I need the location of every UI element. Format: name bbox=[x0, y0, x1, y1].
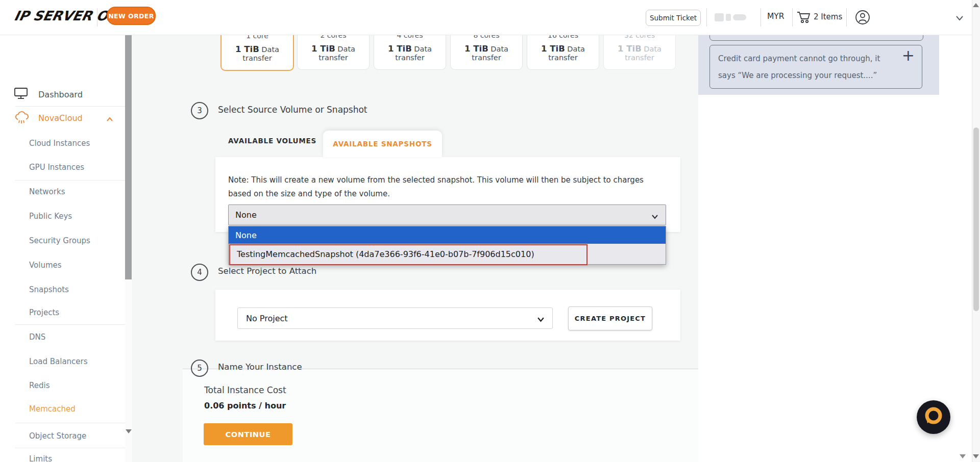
project-select-value: No Project bbox=[246, 314, 288, 323]
header-divider bbox=[846, 8, 847, 27]
header-divider bbox=[761, 8, 761, 27]
faq-card-text: Credit card payment cannot go through, i… bbox=[718, 50, 887, 84]
sidebar-item-gpu-instances[interactable]: GPU Instances bbox=[0, 162, 154, 173]
cart-items-count[interactable]: 2 Items bbox=[814, 12, 842, 21]
tab-available-snapshots[interactable]: AVAILABLE SNAPSHOTS bbox=[323, 131, 442, 157]
chevron-down-icon bbox=[537, 315, 545, 325]
tab-available-volumes[interactable]: AVAILABLE VOLUMES bbox=[228, 137, 316, 145]
snapshot-select-value: None bbox=[235, 210, 257, 220]
faded-partner-logo bbox=[715, 12, 753, 22]
plan-transfer-label: 1 TiB Data transfer bbox=[451, 44, 522, 62]
chat-bubble-icon bbox=[922, 405, 945, 429]
step-5-title: Name Your Instance bbox=[218, 362, 302, 372]
project-select[interactable]: No Project bbox=[237, 307, 553, 329]
sidebar-item-public-keys[interactable]: Public Keys bbox=[0, 211, 154, 222]
plan-transfer-label: 1 TiB Data transfer bbox=[604, 44, 675, 62]
sidebar-item-novacloud[interactable]: NovaCloud bbox=[0, 112, 163, 123]
currency-selector[interactable]: MYR bbox=[767, 12, 785, 21]
tab-available-snapshots-label: AVAILABLE SNAPSHOTS bbox=[323, 131, 442, 157]
sidebar-item-volumes[interactable]: Volumes bbox=[0, 260, 154, 271]
account-icon[interactable] bbox=[854, 9, 871, 28]
plan-transfer-label: 1 TiB Data transfer bbox=[298, 44, 369, 62]
snapshot-select[interactable]: None bbox=[228, 204, 666, 225]
sidebar-item-redis[interactable]: Redis bbox=[0, 380, 154, 391]
submit-ticket-button[interactable]: Submit Ticket bbox=[646, 10, 701, 26]
sidebar-item-cloud-instances[interactable]: Cloud Instances bbox=[0, 138, 154, 149]
sidebar-item-dashboard[interactable]: Dashboard bbox=[0, 89, 163, 100]
option-testing-memcached-snapshot[interactable]: TestingMemcachedSnapshot (4da7e366-93f6-… bbox=[229, 244, 666, 264]
option-none[interactable]: None bbox=[229, 226, 666, 244]
plan-transfer-label: 1 TiB Data transfer bbox=[527, 44, 599, 62]
create-project-button[interactable]: CREATE PROJECT bbox=[568, 306, 652, 330]
cart-icon[interactable] bbox=[796, 10, 812, 27]
plus-expand-icon[interactable]: + bbox=[902, 46, 915, 64]
sidebar-item-security-groups[interactable]: Security Groups bbox=[0, 235, 154, 246]
window-scroll-down-arrow[interactable] bbox=[973, 454, 979, 458]
sidebar-item-networks[interactable]: Networks bbox=[0, 186, 154, 197]
step-4-number: 4 bbox=[191, 264, 208, 281]
sidebar-item-memcached-active[interactable]: Memcached bbox=[0, 403, 154, 415]
sidebar-divider bbox=[15, 448, 125, 448]
faq-card[interactable]: Credit card payment cannot go through, i… bbox=[709, 45, 922, 89]
live-chat-button[interactable] bbox=[917, 400, 950, 434]
plan-transfer-label: 1 TiB Data transfer bbox=[222, 44, 293, 62]
sidebar-item-dns[interactable]: DNS bbox=[0, 331, 154, 343]
sidebar-nav: Dashboard NovaCloud Cloud Instances GPU … bbox=[0, 35, 125, 462]
total-cost-label: Total Instance Cost bbox=[204, 385, 286, 395]
chevron-down-icon bbox=[651, 212, 658, 222]
step-4-title: Select Project to Attach bbox=[218, 266, 316, 276]
window-scroll-up-arrow[interactable] bbox=[973, 3, 979, 7]
sidebar-item-load-balancers[interactable]: Load Balancers bbox=[0, 356, 154, 367]
header-divider bbox=[97, 8, 97, 27]
previous-faq-card-edge bbox=[709, 35, 923, 41]
step-3-title: Select Source Volume or Snapshot bbox=[218, 105, 368, 115]
sidebar-item-object-storage[interactable]: Object Storage bbox=[0, 430, 154, 442]
sidebar-divider bbox=[15, 106, 125, 107]
sidebar-divider bbox=[15, 324, 125, 325]
top-header-bar: IP SERVER ONE® NEW ORDER Submit Ticket M… bbox=[0, 0, 980, 35]
plan-transfer-label: 1 TiB Data transfer bbox=[374, 44, 446, 62]
sidebar-item-limits[interactable]: Limits bbox=[0, 453, 154, 462]
snapshot-select-dropdown: None TestingMemcachedSnapshot (4da7e366-… bbox=[228, 226, 666, 265]
window-scrollbar-thumb[interactable] bbox=[973, 127, 979, 311]
continue-button[interactable]: CONTINUE bbox=[204, 423, 292, 445]
snapshot-note-text: Note: This will create a new volume from… bbox=[228, 173, 659, 201]
total-cost-value: 0.06 points / hour bbox=[204, 401, 286, 410]
help-faq-panel: Credit card payment cannot go through, i… bbox=[698, 35, 939, 95]
order-summary-footer bbox=[183, 369, 698, 462]
chevron-down-icon[interactable] bbox=[955, 14, 964, 23]
sidebar-item-projects[interactable]: Projects bbox=[0, 307, 154, 318]
inner-scroll-down-arrow[interactable] bbox=[960, 454, 966, 458]
sidebar-item-snapshots[interactable]: Snapshots bbox=[0, 284, 154, 295]
step-3-number: 3 bbox=[191, 102, 208, 119]
step-5-number: 5 bbox=[191, 360, 208, 377]
sidebar-divider bbox=[15, 423, 125, 423]
new-order-button[interactable]: NEW ORDER bbox=[107, 7, 156, 25]
sidebar-divider bbox=[15, 180, 125, 181]
header-divider bbox=[706, 8, 707, 27]
header-divider bbox=[792, 8, 793, 27]
